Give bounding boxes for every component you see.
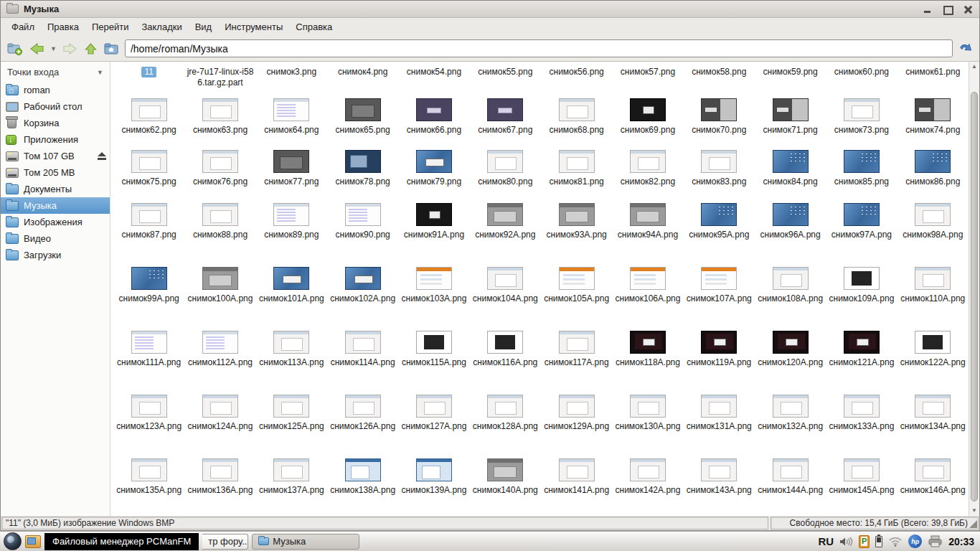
file-item[interactable]: снимок135A.png: [113, 456, 184, 516]
file-item[interactable]: снимок79.png: [398, 148, 469, 201]
go-button[interactable]: [957, 39, 974, 58]
sidebar-item-vol107[interactable]: Том 107 GB: [1, 148, 110, 164]
file-item[interactable]: снимок102A.png: [327, 265, 398, 329]
file-item[interactable]: снимок99A.png: [113, 265, 184, 329]
volume-icon[interactable]: [839, 536, 853, 547]
file-manager-launcher-icon[interactable]: [25, 535, 41, 548]
file-item[interactable]: снимок84.png: [755, 148, 826, 201]
start-menu-button[interactable]: [4, 532, 22, 550]
file-item[interactable]: снимок71.png: [755, 96, 826, 148]
file-item[interactable]: снимок105A.png: [541, 265, 612, 329]
file-item[interactable]: снимок132A.png: [755, 392, 826, 456]
file-item[interactable]: снимок114A.png: [327, 329, 398, 392]
file-item[interactable]: снимок92A.png: [470, 201, 541, 265]
file-item[interactable]: снимок65.png: [327, 96, 398, 148]
file-item[interactable]: снимок83.png: [684, 148, 755, 201]
file-item[interactable]: снимок3.png: [256, 65, 327, 96]
file-item[interactable]: снимок91A.png: [398, 201, 469, 265]
file-item[interactable]: снимок94A.png: [612, 201, 683, 265]
file-item[interactable]: снимок54.png: [398, 65, 469, 96]
file-item[interactable]: снимок112A.png: [184, 329, 255, 392]
file-item[interactable]: снимок122A.png: [897, 329, 969, 392]
sidebar-item-trash[interactable]: Корзина: [1, 115, 110, 131]
file-item[interactable]: снимок108A.png: [755, 265, 826, 329]
path-input[interactable]: [125, 39, 953, 57]
file-item[interactable]: снимок70.png: [684, 96, 755, 148]
forward-button[interactable]: [61, 39, 79, 58]
file-item[interactable]: снимок61.png: [897, 65, 969, 96]
file-item[interactable]: снимок141A.png: [541, 456, 612, 516]
file-item[interactable]: снимок77.png: [256, 148, 327, 201]
file-item[interactable]: jre-7u17-linux-i586.tar.gz.part: [184, 65, 255, 96]
sidebar-item-pictures[interactable]: Изображения: [1, 214, 110, 230]
sidebar-item-applications[interactable]: Приложения: [1, 131, 110, 148]
file-item[interactable]: снимок107A.png: [684, 265, 755, 329]
file-item[interactable]: 11: [113, 65, 184, 96]
vertical-scrollbar[interactable]: ▲ ▼: [969, 62, 979, 516]
sidebar-item-documents[interactable]: Документы: [1, 181, 110, 197]
scroll-up-icon[interactable]: ▲: [969, 62, 979, 72]
file-item[interactable]: снимок137A.png: [256, 456, 327, 516]
file-item[interactable]: снимок59.png: [755, 65, 826, 96]
file-item[interactable]: снимок86.png: [897, 148, 969, 201]
file-item[interactable]: снимок66.png: [398, 96, 469, 148]
file-item[interactable]: снимок106A.png: [612, 265, 683, 329]
file-item[interactable]: снимок125A.png: [256, 392, 327, 456]
file-item[interactable]: снимок128A.png: [470, 392, 541, 456]
file-item[interactable]: снимок96A.png: [755, 201, 826, 265]
menu-item[interactable]: Справка: [289, 19, 339, 34]
sidebar-item-roman[interactable]: roman: [1, 82, 110, 98]
taskbar-clock[interactable]: 20:33: [948, 536, 974, 547]
new-tab-button[interactable]: [6, 39, 24, 58]
file-item[interactable]: снимок88.png: [184, 201, 255, 265]
file-item[interactable]: снимок75.png: [113, 148, 184, 201]
file-item[interactable]: снимок90.png: [327, 201, 398, 265]
file-item[interactable]: снимок124A.png: [184, 392, 255, 456]
sidebar-item-downloads[interactable]: Загрузки: [1, 247, 110, 263]
menu-item[interactable]: Файл: [5, 19, 41, 34]
file-item[interactable]: снимок98A.png: [897, 201, 969, 265]
file-item[interactable]: снимок116A.png: [470, 329, 541, 392]
file-item[interactable]: снимок56.png: [541, 65, 612, 96]
file-item[interactable]: снимок130A.png: [612, 392, 683, 456]
file-item[interactable]: снимок80.png: [470, 148, 541, 201]
file-item[interactable]: снимок120A.png: [755, 329, 826, 392]
file-item[interactable]: снимок63.png: [184, 96, 255, 148]
file-item[interactable]: снимок82.png: [612, 148, 683, 201]
file-item[interactable]: снимок133A.png: [826, 392, 897, 456]
sidebar-item-video[interactable]: Видео: [1, 230, 110, 247]
file-item[interactable]: снимок117A.png: [541, 329, 612, 392]
sidebar-header[interactable]: Точки входа ▼: [1, 64, 110, 82]
file-item[interactable]: снимок104A.png: [470, 265, 541, 329]
sidebar-item-music[interactable]: Музыка: [1, 197, 110, 214]
file-item[interactable]: снимок118A.png: [612, 329, 683, 392]
scrollbar-thumb[interactable]: [971, 92, 978, 501]
file-item[interactable]: снимок129A.png: [541, 392, 612, 456]
file-item[interactable]: снимок97A.png: [826, 201, 897, 265]
file-item[interactable]: снимок144A.png: [755, 456, 826, 516]
file-item[interactable]: снимок81.png: [541, 148, 612, 201]
scroll-down-icon[interactable]: ▼: [969, 506, 979, 516]
file-item[interactable]: снимок140A.png: [470, 456, 541, 516]
task-button-browser[interactable]: тр фору...: [202, 534, 248, 550]
file-item[interactable]: снимок126A.png: [327, 392, 398, 456]
file-item[interactable]: снимок100A.png: [184, 265, 255, 329]
file-item[interactable]: снимок127A.png: [398, 392, 469, 456]
file-item[interactable]: снимок101A.png: [256, 265, 327, 329]
file-item[interactable]: снимок93A.png: [541, 201, 612, 265]
file-item[interactable]: снимок60.png: [826, 65, 897, 96]
file-item[interactable]: снимок113A.png: [256, 329, 327, 392]
file-item[interactable]: снимок64.png: [256, 96, 327, 148]
file-item[interactable]: снимок142A.png: [612, 456, 683, 516]
file-item[interactable]: снимок131A.png: [684, 392, 755, 456]
clipboard-manager-icon[interactable]: [859, 535, 870, 548]
file-item[interactable]: снимок68.png: [541, 96, 612, 148]
file-item[interactable]: снимок62.png: [113, 96, 184, 148]
file-item[interactable]: снимок111A.png: [113, 329, 184, 392]
file-item[interactable]: снимок109A.png: [826, 265, 897, 329]
wifi-icon[interactable]: [888, 536, 903, 547]
keyboard-layout-indicator[interactable]: RU: [819, 535, 834, 547]
up-button[interactable]: [83, 39, 99, 58]
file-item[interactable]: снимок58.png: [684, 65, 755, 96]
file-item[interactable]: снимок4.png: [327, 65, 398, 96]
